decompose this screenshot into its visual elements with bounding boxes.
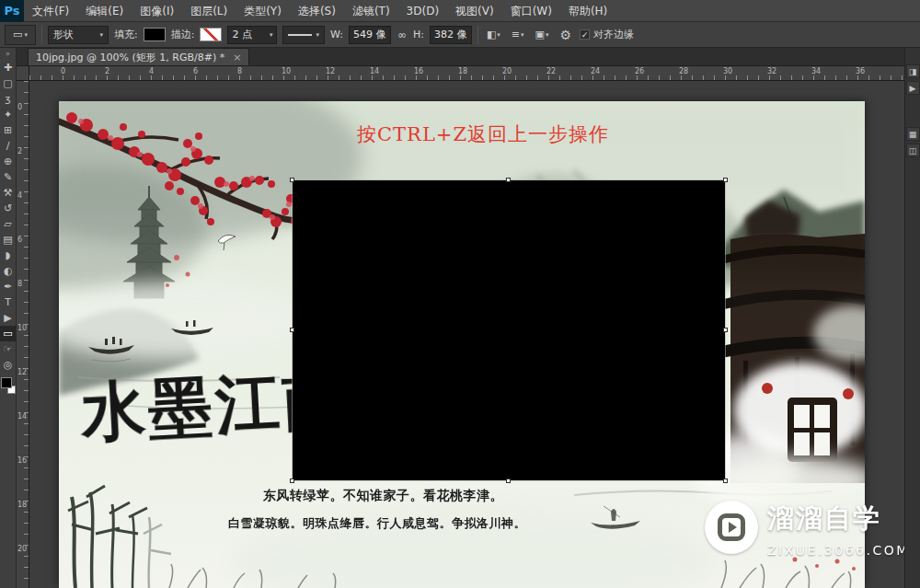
history-brush-tool[interactable]: ↺ [0,201,16,216]
path-arrange-icon: ▣ [535,29,545,40]
canvas-image[interactable]: 水墨江南 按CTRL+Z返回上一步操作 东风转绿苹。不知谁家子。看花桃李津。 白… [59,101,865,588]
crop-tool[interactable]: ⊞ [0,122,16,138]
rectangle-tool-icon: ▭ [13,29,22,40]
watermark: 溜溜自学 ZIXUE.3066.COM [705,501,904,558]
crop-tool-icon: ⊞ [4,124,12,136]
checkbox-checked-icon: ✓ [580,29,590,40]
horizontal-ruler[interactable]: 0 2 4 6 8 10 12 14 16 18 20 22 24 26 28 … [17,66,904,81]
ruler-label: 4 [149,67,154,75]
hand-tool[interactable]: ☞ [0,341,16,357]
canvas-viewport[interactable]: 0 2 4 6 8 10 12 14 16 18 20 [17,81,904,588]
transform-handle[interactable] [290,328,294,332]
fill-color-swatch[interactable] [144,28,166,41]
collapsed-panel-icon[interactable]: ▦ [906,127,920,141]
red-lantern [843,388,854,399]
menu-item-file[interactable]: 文件(F) [24,0,77,22]
shape-width-value: 549 像 [353,28,386,41]
transform-handle[interactable] [290,478,294,483]
menu-item-type[interactable]: 类型(Y) [236,0,290,22]
chevron-down-icon: ▾ [546,31,549,39]
menu-item-layers[interactable]: 图层(L) [182,0,236,22]
link-dimensions-icon[interactable]: ∞ [397,29,408,41]
ruler-label: 2 [105,67,109,75]
menu-item-view[interactable]: 视图(V) [447,0,502,22]
ruler-label: 20 [502,67,512,75]
width-label: W: [330,29,343,40]
menu-item-help[interactable]: 帮助(H) [560,0,615,22]
collapsed-panel-icon[interactable]: ◫ [906,144,920,157]
separator [477,26,478,44]
menu-item-image[interactable]: 图像(I) [132,0,182,22]
pen-tool[interactable]: ✒ [0,279,16,294]
healing-brush-tool[interactable]: ⊕ [0,154,16,169]
rectangle-shape-layer[interactable] [293,180,725,480]
vertical-ruler[interactable]: 0 2 4 6 8 10 12 14 16 18 20 [17,81,29,588]
marquee-tool[interactable]: ▢ [0,75,16,91]
foreground-color-swatch[interactable] [1,377,12,388]
clone-stamp-tool[interactable]: ⚒ [0,185,16,201]
transform-handle[interactable] [506,178,511,182]
move-tool[interactable]: ✚ [0,60,16,75]
toolbar-collapse-icon[interactable]: » [6,49,10,60]
menu-item-filter[interactable]: 滤镜(T) [344,0,398,22]
path-alignment-button[interactable]: ≡ ▾ [509,26,527,44]
eyedropper-tool[interactable]: ∕ [0,138,16,154]
collapsed-panel-icon[interactable]: ▶ [906,81,920,95]
ruler-corner [17,66,29,80]
path-operations-button[interactable]: ◧ ▾ [484,26,503,44]
quick-selection-tool[interactable]: ✦ [0,107,16,122]
transform-handle[interactable] [723,478,728,483]
panels-strip: ◨ ▶ ▦ ◫ [904,48,920,588]
chevron-down-icon: ▾ [99,31,103,39]
ruler-label: 8 [237,67,242,75]
photoshop-logo: Ps [0,0,24,22]
rectangle-tool[interactable]: ▭ [0,326,16,341]
stroke-style-select[interactable]: ▾ [282,26,325,44]
dodge-tool[interactable]: ◐ [0,263,16,279]
align-edges-checkbox[interactable]: ✓ 对齐边缘 [580,28,634,41]
path-selection-tool[interactable]: ▶ [0,310,16,326]
collapsed-panel-icon[interactable]: ◨ [906,64,920,78]
document-tab-bar: 10jpg.jpg @ 100% (矩形 1, RGB/8#) * × [17,48,904,66]
blur-tool[interactable]: ◗ [0,248,16,263]
ruler-label: 26 [635,67,644,75]
ruler-label: 6 [193,67,198,75]
ruler-label: 20 [17,545,27,553]
transform-handle[interactable] [723,178,728,182]
tab-close-icon[interactable]: × [233,52,241,63]
shape-height-input[interactable]: 382 像 [430,26,472,44]
zoom-tool[interactable]: ◎ [0,357,16,373]
tool-mode-select[interactable]: 形状 ▾ [48,26,109,44]
stroke-label: 描边: [171,28,195,41]
geometry-options-gear-icon[interactable]: ⚙ [557,28,574,42]
tools-panel: » ✚ ▢ ʒ ✦ ⊞ ∕ ⊕ ✎ ⚒ ↺ ▱ ▤ ◗ ◐ ✒ T ▶ ▭ ☞ … [0,48,17,588]
brush-tool[interactable]: ✎ [0,169,16,185]
transform-handle[interactable] [723,328,728,332]
stroke-color-swatch[interactable] [200,28,222,41]
solid-line-icon [288,34,312,36]
ruler-label: 4 [17,191,22,200]
menu-item-select[interactable]: 选择(S) [290,0,344,22]
ruler-label: 16 [17,456,27,465]
document-area: 10jpg.jpg @ 100% (矩形 1, RGB/8#) * × 0 2 … [17,48,904,588]
menu-item-window[interactable]: 窗口(W) [502,0,560,22]
gradient-tool[interactable]: ▤ [0,232,16,248]
transform-handle[interactable] [290,178,294,182]
gradient-tool-icon: ▤ [3,234,12,246]
type-tool[interactable]: T [0,294,16,310]
zoom-tool-icon: ◎ [4,359,13,371]
stroke-width-input[interactable]: 2 点 ▾ [227,26,277,44]
shape-width-input[interactable]: 549 像 [349,26,391,44]
document-tab[interactable]: 10jpg.jpg @ 100% (矩形 1, RGB/8#) * × [28,48,249,65]
menu-item-3d[interactable]: 3D(D) [398,0,447,22]
watermark-logo-icon [705,501,758,554]
menu-item-edit[interactable]: 编辑(E) [77,0,132,22]
tool-preset-picker[interactable]: ▭ ▾ [5,25,36,45]
eraser-tool[interactable]: ▱ [0,216,16,232]
transform-handle[interactable] [506,478,511,483]
lasso-tool[interactable]: ʒ [0,91,16,107]
path-arrange-button[interactable]: ▣ ▾ [533,26,552,44]
healing-brush-tool-icon: ⊕ [4,156,12,167]
ruler-label: 0 [17,103,22,111]
chevron-down-icon: ▾ [521,31,524,39]
